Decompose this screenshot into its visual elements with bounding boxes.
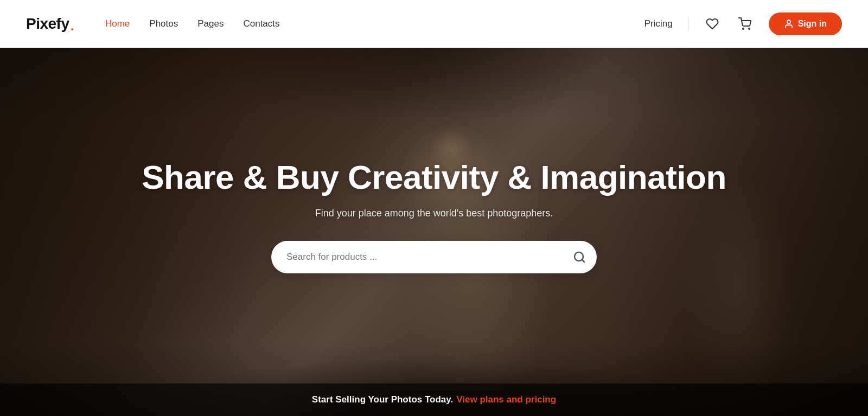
header-right: Pricing Sign in	[644, 12, 842, 35]
nav-contacts[interactable]: Contacts	[243, 18, 279, 29]
hero-section: Share & Buy Creativity & Imagination Fin…	[0, 48, 868, 416]
svg-point-1	[749, 28, 750, 29]
sign-in-button[interactable]: Sign in	[769, 12, 842, 35]
bottom-bar-static-text: Start Selling Your Photos Today.	[312, 394, 453, 405]
cart-button[interactable]	[736, 15, 754, 33]
bottom-bar-link[interactable]: View plans and pricing	[456, 394, 556, 405]
svg-point-2	[787, 20, 790, 23]
search-button[interactable]	[573, 251, 586, 264]
pricing-link[interactable]: Pricing	[644, 18, 673, 29]
bottom-bar: Start Selling Your Photos Today. View pl…	[0, 383, 868, 416]
hero-subtitle: Find your place among the world's best p…	[315, 208, 553, 219]
hero-content: Share & Buy Creativity & Imagination Fin…	[0, 48, 868, 416]
svg-line-4	[582, 259, 584, 261]
nav-photos[interactable]: Photos	[149, 18, 178, 29]
user-icon	[784, 19, 794, 29]
logo-text: Pixefy	[26, 15, 69, 33]
header: Pixefy. Home Photos Pages Contacts Prici…	[0, 0, 868, 48]
nav-pages[interactable]: Pages	[197, 18, 224, 29]
wishlist-button[interactable]	[704, 15, 721, 33]
search-container	[271, 241, 597, 273]
svg-point-0	[743, 28, 744, 29]
logo-dot: .	[70, 15, 75, 33]
search-input[interactable]	[271, 241, 597, 273]
logo[interactable]: Pixefy.	[26, 15, 75, 33]
hero-title: Share & Buy Creativity & Imagination	[142, 158, 726, 196]
sign-in-label: Sign in	[798, 19, 827, 29]
nav-home[interactable]: Home	[105, 18, 130, 29]
heart-icon	[706, 17, 719, 30]
main-nav: Home Photos Pages Contacts	[105, 18, 280, 29]
search-icon	[573, 251, 586, 264]
header-divider	[688, 16, 688, 31]
cart-icon	[738, 17, 751, 30]
